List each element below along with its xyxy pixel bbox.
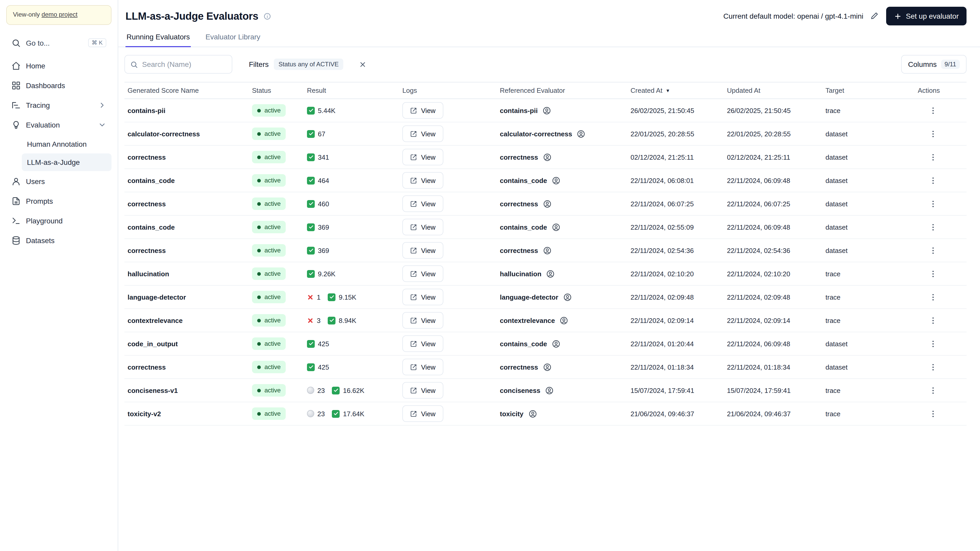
sidebar-item-users[interactable]: Users (6, 171, 111, 191)
referenced-evaluator-cell: contains_code (497, 176, 627, 185)
row-actions-button[interactable] (925, 383, 940, 398)
user-circle-icon (542, 199, 552, 208)
logs-cell: View (399, 335, 497, 352)
kebab-icon (928, 152, 937, 162)
row-actions-button[interactable] (925, 219, 940, 235)
view-logs-button[interactable]: View (402, 149, 443, 165)
sidebar-item-datasets[interactable]: Datasets (6, 230, 111, 250)
sidebar-item-label: Datasets (26, 236, 55, 245)
sidebar-item-home[interactable]: Home (6, 56, 111, 75)
column-header-updated-at[interactable]: Updated At (724, 87, 822, 94)
actions-cell (915, 126, 967, 141)
result-success: 9.15K (328, 293, 356, 301)
logs-cell: View (399, 219, 497, 235)
tab-running-evaluators[interactable]: Running Evaluators (126, 33, 191, 47)
view-logs-button[interactable]: View (402, 289, 443, 305)
row-actions-button[interactable] (925, 243, 940, 258)
clear-filters-button[interactable] (355, 57, 370, 72)
view-logs-button[interactable]: View (402, 359, 443, 375)
columns-button[interactable]: Columns 9/11 (902, 55, 967, 74)
column-header-created-at[interactable]: Created At▼ (627, 87, 724, 94)
view-logs-button[interactable]: View (402, 172, 443, 189)
view-logs-button[interactable]: View (402, 405, 443, 422)
result-success: 425 (307, 363, 329, 371)
logs-cell: View (399, 265, 497, 282)
sidebar-item-label: Home (26, 62, 45, 70)
column-header-target[interactable]: Target (822, 87, 915, 94)
default-model-label: Current default model: openai / gpt-4.1-… (723, 12, 863, 20)
sidebar-item-evaluation[interactable]: Evaluation (6, 115, 111, 135)
page-header: LLM-as-a-Judge Evaluators Current defaul… (118, 0, 980, 25)
set-up-evaluator-button[interactable]: Set up evaluator (886, 7, 967, 25)
row-actions-button[interactable] (925, 359, 940, 375)
sidebar-item-human-annotation[interactable]: Human Annotation (22, 135, 111, 152)
sidebar-item-label: Evaluation (26, 121, 60, 129)
logs-cell: View (399, 289, 497, 305)
row-actions-button[interactable] (925, 289, 940, 305)
updated-at-cell: 22/11/2024, 06:07:25 (724, 200, 822, 208)
sidebar-item-playground[interactable]: Playground (6, 211, 111, 230)
status-badge: active (252, 361, 286, 373)
x-icon (307, 317, 314, 324)
check-icon (307, 246, 315, 254)
chevron-down-icon (98, 121, 106, 129)
status-dot-icon (257, 319, 261, 322)
banner-text: View-only (13, 11, 41, 18)
sidebar-item-llm-as-a-judge[interactable]: LLM-as-a-Judge (22, 153, 111, 171)
row-actions-button[interactable] (925, 149, 940, 165)
view-logs-button[interactable]: View (402, 382, 443, 399)
evaluator-name: correctness (500, 153, 538, 161)
external-link-icon (410, 107, 417, 114)
view-logs-button[interactable]: View (402, 195, 443, 212)
demo-project-link[interactable]: demo project (41, 11, 78, 18)
column-header-generated-score-name[interactable]: Generated Score Name (124, 87, 249, 94)
status-cell: active (249, 174, 304, 187)
result-success: 67 (307, 130, 325, 138)
close-icon (358, 60, 366, 68)
updated-at-cell: 22/11/2024, 02:09:48 (724, 293, 822, 301)
sidebar-item-dashboards[interactable]: Dashboards (6, 75, 111, 95)
goto-search-button[interactable]: Go to... ⌘ K (6, 33, 111, 52)
user-circle-icon (546, 269, 555, 278)
actions-cell (915, 196, 967, 211)
row-actions-button[interactable] (925, 406, 940, 421)
external-link-icon (410, 294, 417, 300)
view-logs-button[interactable]: View (402, 219, 443, 235)
search-input[interactable] (142, 60, 227, 68)
status-badge: active (252, 221, 286, 233)
row-actions-button[interactable] (925, 313, 940, 328)
row-actions-button[interactable] (925, 336, 940, 351)
column-header-actions[interactable]: Actions (915, 87, 967, 94)
sidebar-item-label: Human Annotation (27, 140, 87, 148)
column-header-referenced-evaluator[interactable]: Referenced Evaluator (497, 87, 627, 94)
column-header-status[interactable]: Status (249, 87, 304, 94)
sidebar-item-tracing[interactable]: Tracing (6, 95, 111, 115)
view-logs-button[interactable]: View (402, 242, 443, 259)
info-icon[interactable] (263, 12, 271, 20)
result-cell: 425 (304, 363, 399, 371)
sidebar-item-label: Users (26, 177, 45, 185)
row-actions-button[interactable] (925, 103, 940, 118)
table-row: contains_codeactive464Viewcontains_code2… (124, 169, 967, 192)
actions-cell (915, 173, 967, 188)
edit-model-button[interactable] (870, 12, 879, 20)
logs-cell: View (399, 172, 497, 189)
view-logs-button[interactable]: View (402, 335, 443, 352)
view-logs-button[interactable]: View (402, 125, 443, 142)
row-actions-button[interactable] (925, 173, 940, 188)
sidebar-item-prompts[interactable]: Prompts (6, 191, 111, 211)
view-logs-button[interactable]: View (402, 102, 443, 119)
status-cell: active (249, 407, 304, 420)
column-header-result[interactable]: Result (304, 87, 399, 94)
row-actions-button[interactable] (925, 196, 940, 211)
view-logs-button[interactable]: View (402, 312, 443, 329)
score-name: calculator-correctness (124, 130, 249, 138)
column-header-logs[interactable]: Logs (399, 87, 497, 94)
view-logs-button[interactable]: View (402, 265, 443, 282)
tab-evaluator-library[interactable]: Evaluator Library (204, 33, 261, 47)
result-cell: 341 (304, 153, 399, 161)
created-at-cell: 02/12/2024, 21:25:11 (627, 153, 724, 161)
row-actions-button[interactable] (925, 266, 940, 281)
row-actions-button[interactable] (925, 126, 940, 141)
filters-button[interactable]: Filters Status any of ACTIVE (244, 55, 348, 74)
